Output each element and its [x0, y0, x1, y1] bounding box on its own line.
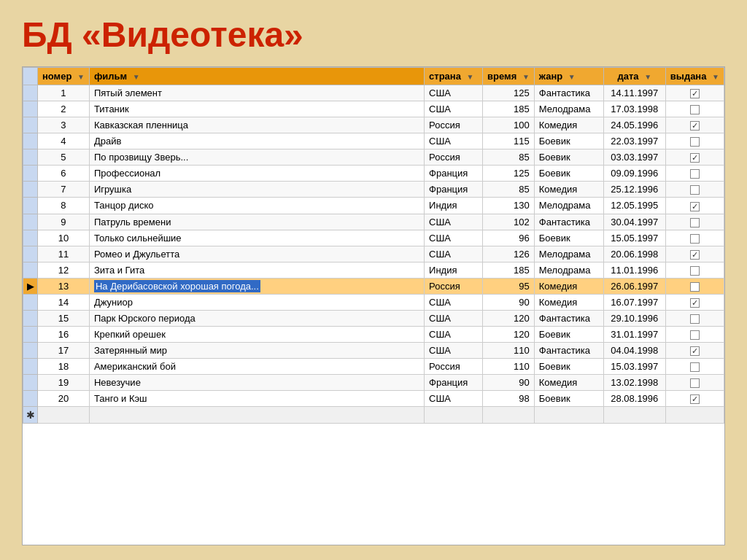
cell-film: Пятый элемент [89, 85, 424, 101]
cell-issued[interactable] [665, 149, 724, 166]
cell-id: 6 [38, 166, 90, 182]
cell-film: На Дерибасовской хорошая погода... [89, 278, 424, 294]
cell-date: 25.12.1996 [603, 182, 665, 198]
table-row[interactable]: 15Парк Юрского периодаСША120Фантастика29… [23, 310, 724, 326]
cell-issued[interactable] [665, 310, 724, 326]
checkbox-unchecked [690, 378, 700, 388]
cell-country: США [425, 326, 483, 342]
table-row[interactable]: 10Только сильнейшиеСША96Боевик15.05.1997 [23, 230, 724, 246]
cell-issued[interactable] [665, 85, 724, 101]
cell-time: 185 [483, 262, 535, 278]
cell-issued[interactable] [665, 294, 724, 310]
table-row[interactable]: 20Танго и КэшСША98Боевик28.08.1996 [23, 391, 724, 407]
table-row[interactable]: 9Патруль времениСША102Фантастика30.04.19… [23, 214, 724, 230]
table-row[interactable]: 12Зита и ГитаИндия185Мелодрама11.01.1996 [23, 262, 724, 278]
cell-issued[interactable] [665, 182, 724, 198]
table-row[interactable]: ▶13На Дерибасовской хорошая погода...Рос… [23, 278, 724, 294]
cell-genre: Фантастика [534, 85, 603, 101]
cell-issued[interactable] [665, 391, 724, 407]
cell-country: США [425, 343, 483, 359]
table-row[interactable]: 6ПрофессионалФранция125Боевик09.09.1996 [23, 166, 724, 182]
cell-id: 17 [38, 343, 90, 359]
cell-time: 90 [483, 294, 535, 310]
table-row[interactable]: 1Пятый элементСША125Фантастика14.11.1997 [23, 85, 724, 101]
table-row[interactable]: 17Затерянный мирСША110Фантастика04.04.19… [23, 343, 724, 359]
cell-id: 13 [38, 278, 90, 294]
col-header-film[interactable]: фильм ▼ [89, 68, 424, 85]
checkbox-unchecked [690, 218, 700, 228]
cell-id: 4 [38, 133, 90, 149]
table-row[interactable]: 3Кавказская пленницаРоссия100Комедия24.0… [23, 117, 724, 133]
cell-country: Россия [425, 149, 483, 166]
checkbox-checked [690, 346, 700, 356]
cell-issued[interactable] [665, 343, 724, 359]
cell-time: 120 [483, 326, 535, 342]
cell-genre: Фантастика [534, 343, 603, 359]
cell-film: Драйв [89, 133, 424, 149]
row-indicator [23, 85, 38, 101]
checkbox-checked [690, 298, 700, 308]
col-header-time[interactable]: время ▼ [483, 68, 535, 85]
sort-arrow-issued: ▼ [712, 73, 719, 81]
cell-country: Россия [425, 117, 483, 133]
cell-genre: Комедия [534, 117, 603, 133]
table-row[interactable]: 4ДрайвСША115Боевик22.03.1997 [23, 133, 724, 149]
sort-arrow-country: ▼ [467, 73, 474, 81]
checkbox-unchecked [690, 362, 700, 372]
row-indicator [23, 310, 38, 326]
col-header-number[interactable]: номер ▼ [38, 68, 90, 85]
cell-issued[interactable] [665, 133, 724, 149]
row-indicator: ▶ [23, 278, 38, 294]
cell-issued[interactable] [665, 117, 724, 133]
table-row[interactable]: 5По прозвищу Зверь...Россия85Боевик03.03… [23, 149, 724, 166]
cell-issued[interactable] [665, 246, 724, 262]
row-indicator [23, 117, 38, 133]
cell-time: 110 [483, 343, 535, 359]
table-row[interactable]: 19НевезучиеФранция90Комедия13.02.1998 [23, 375, 724, 391]
cell-country: США [425, 214, 483, 230]
table-row[interactable]: 11Ромео и ДжульеттаСША126Мелодрама20.06.… [23, 246, 724, 262]
row-indicator [23, 182, 38, 198]
col-header-date[interactable]: дата ▼ [603, 68, 665, 85]
checkbox-unchecked [690, 266, 700, 276]
new-row: ✱ [23, 407, 724, 424]
cell-issued[interactable] [665, 198, 724, 214]
table-row[interactable]: 16Крепкий орешекСША120Боевик31.01.1997 [23, 326, 724, 342]
cell-genre: Мелодрама [534, 101, 603, 117]
cell-id: 20 [38, 391, 90, 407]
cell-issued[interactable] [665, 214, 724, 230]
table-row[interactable]: 14ДжуниорСША90Комедия16.07.1997 [23, 294, 724, 310]
cell-time: 120 [483, 310, 535, 326]
cell-film: Профессионал [89, 166, 424, 182]
cell-country: Индия [425, 198, 483, 214]
cell-issued[interactable] [665, 375, 724, 391]
cell-issued[interactable] [665, 166, 724, 182]
row-indicator [23, 391, 38, 407]
cell-date: 14.11.1997 [603, 85, 665, 101]
cell-issued[interactable] [665, 230, 724, 246]
cell-film: Зита и Гита [89, 262, 424, 278]
row-indicator [23, 294, 38, 310]
cell-issued[interactable] [665, 359, 724, 375]
col-header-country[interactable]: страна ▼ [425, 68, 483, 85]
cell-genre: Мелодрама [534, 262, 603, 278]
cell-date: 17.03.1998 [603, 101, 665, 117]
sort-arrow-film: ▼ [133, 73, 140, 81]
table-row[interactable]: 2ТитаникСША185Мелодрама17.03.1998 [23, 101, 724, 117]
table-row[interactable]: 7ИгрушкаФранция85Комедия25.12.1996 [23, 182, 724, 198]
cell-issued[interactable] [665, 101, 724, 117]
table-row[interactable]: 18Американский бойРоссия110Боевик15.03.1… [23, 359, 724, 375]
cell-issued[interactable] [665, 262, 724, 278]
cell-country: США [425, 391, 483, 407]
cell-id: 8 [38, 198, 90, 214]
cell-issued[interactable] [665, 278, 724, 294]
cell-time: 95 [483, 278, 535, 294]
cell-issued[interactable] [665, 326, 724, 342]
cell-country: США [425, 101, 483, 117]
col-header-issued[interactable]: выдана ▼ [665, 68, 724, 85]
col-header-genre[interactable]: жанр ▼ [534, 68, 603, 85]
cell-time: 126 [483, 246, 535, 262]
cell-country: США [425, 310, 483, 326]
cell-id: 5 [38, 149, 90, 166]
table-row[interactable]: 8Танцор дискоИндия130Мелодрама12.05.1995 [23, 198, 724, 214]
